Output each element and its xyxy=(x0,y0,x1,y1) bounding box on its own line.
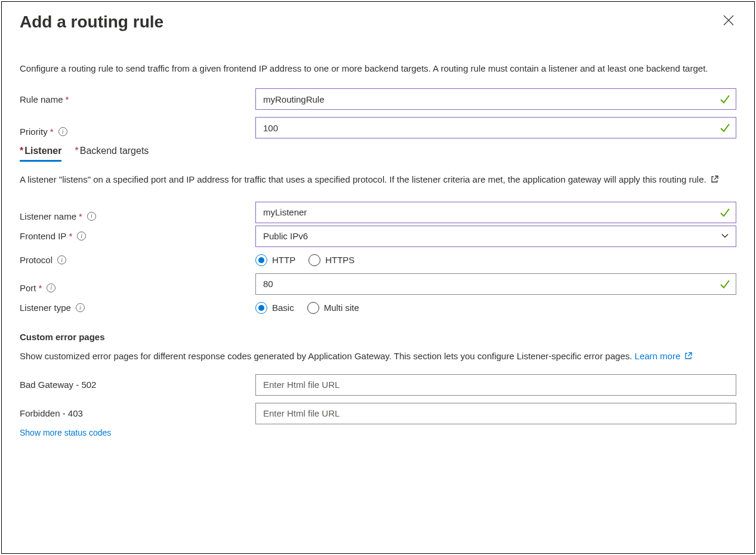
frontend-ip-row: Frontend IP * i Public IPv6 xyxy=(20,226,736,247)
custom-error-description: Show customized error pages for differen… xyxy=(20,349,736,363)
required-asterisk: * xyxy=(39,283,42,293)
info-icon[interactable]: i xyxy=(57,255,66,264)
port-input[interactable] xyxy=(255,273,736,295)
port-label: Port xyxy=(20,283,36,293)
tab-backend-label: Backend targets xyxy=(80,146,149,156)
close-button[interactable] xyxy=(721,13,736,30)
page-title: Add a routing rule xyxy=(20,13,163,32)
frontend-ip-label: Frontend IP xyxy=(20,231,66,241)
required-asterisk: * xyxy=(75,146,78,156)
priority-label: Priority xyxy=(20,127,48,137)
chevron-down-icon xyxy=(721,231,729,241)
radio-icon xyxy=(255,254,267,266)
bad-gateway-row: Bad Gateway - 502 xyxy=(20,374,736,396)
checkmark-icon xyxy=(720,122,730,133)
rule-name-input[interactable] xyxy=(255,88,736,110)
listener-type-multi-radio[interactable]: Multi site xyxy=(307,302,359,314)
forbidden-input[interactable] xyxy=(255,403,736,424)
protocol-label: Protocol xyxy=(20,255,53,265)
custom-error-heading: Custom error pages xyxy=(20,332,736,342)
routing-rule-panel: Add a routing rule Configure a routing r… xyxy=(1,1,755,554)
info-icon[interactable]: i xyxy=(77,232,86,240)
required-asterisk: * xyxy=(69,231,72,241)
listener-type-basic-radio[interactable]: Basic xyxy=(255,302,294,314)
rule-name-row: Rule name * xyxy=(20,88,736,110)
listener-type-multi-label: Multi site xyxy=(324,303,359,313)
info-icon[interactable]: i xyxy=(58,127,67,136)
learn-more-link[interactable]: Learn more xyxy=(635,351,693,361)
required-asterisk: * xyxy=(79,211,82,221)
forbidden-label: Forbidden - 403 xyxy=(20,408,83,418)
external-link-icon[interactable] xyxy=(711,173,718,187)
close-icon xyxy=(723,16,734,28)
listener-tab-description: A listener "listens" on a specified port… xyxy=(20,172,736,187)
checkmark-icon xyxy=(720,279,730,289)
info-icon[interactable]: i xyxy=(76,303,85,312)
protocol-row: Protocol i HTTP HTTPS xyxy=(20,249,736,271)
tab-listener[interactable]: *Listener xyxy=(20,146,61,162)
listener-type-row: Listener type i Basic Multi site xyxy=(20,297,736,319)
frontend-ip-select[interactable]: Public IPv6 xyxy=(255,226,736,247)
show-more-status-codes-link[interactable]: Show more status codes xyxy=(20,428,111,437)
tab-backend-targets[interactable]: *Backend targets xyxy=(75,146,149,162)
checkmark-icon xyxy=(720,207,730,218)
info-icon[interactable]: i xyxy=(87,212,96,221)
panel-header: Add a routing rule xyxy=(20,13,736,32)
radio-icon xyxy=(308,254,320,266)
required-asterisk: * xyxy=(66,94,69,104)
protocol-https-label: HTTPS xyxy=(325,255,354,265)
protocol-https-radio[interactable]: HTTPS xyxy=(308,254,354,266)
required-asterisk: * xyxy=(20,146,23,156)
external-link-icon xyxy=(684,350,692,363)
tabs: *Listener *Backend targets xyxy=(20,146,736,162)
bad-gateway-input[interactable] xyxy=(255,374,736,396)
required-asterisk: * xyxy=(50,127,54,137)
listener-type-label: Listener type xyxy=(20,303,71,313)
radio-icon xyxy=(255,302,267,314)
port-row: Port * i xyxy=(20,273,736,295)
listener-type-basic-label: Basic xyxy=(272,303,294,313)
checkmark-icon xyxy=(720,94,730,104)
priority-row: Priority * i xyxy=(20,117,736,138)
forbidden-row: Forbidden - 403 xyxy=(20,403,736,424)
listener-name-input[interactable] xyxy=(255,202,736,223)
frontend-ip-value: Public IPv6 xyxy=(263,231,308,241)
rule-name-label: Rule name xyxy=(20,94,63,104)
protocol-http-label: HTTP xyxy=(272,255,295,265)
bad-gateway-label: Bad Gateway - 502 xyxy=(20,380,96,390)
tab-listener-label: Listener xyxy=(24,146,61,156)
listener-name-label: Listener name xyxy=(20,211,76,221)
radio-icon xyxy=(307,302,319,314)
intro-text: Configure a routing rule to send traffic… xyxy=(20,61,736,75)
info-icon[interactable]: i xyxy=(47,283,55,292)
protocol-http-radio[interactable]: HTTP xyxy=(255,254,295,266)
listener-name-row: Listener name * i xyxy=(20,202,736,223)
priority-input[interactable] xyxy=(255,117,736,138)
